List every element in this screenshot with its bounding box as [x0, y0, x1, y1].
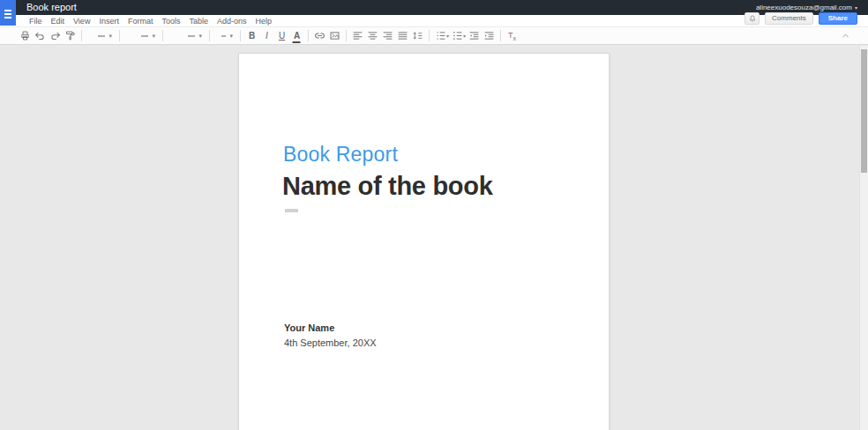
- menu-tools[interactable]: Tools: [157, 16, 184, 26]
- align-center-icon[interactable]: [366, 29, 379, 43]
- font-size-select[interactable]: ▾: [213, 29, 236, 42]
- document-title[interactable]: Book report: [26, 2, 77, 12]
- chevron-down-icon: ▾: [108, 33, 112, 39]
- toolbar: ▾ ▾ ▾ ▾ B I U A ▾: [0, 26, 868, 45]
- styles-value: [141, 35, 148, 37]
- font-value: [188, 35, 195, 37]
- title-divider: [285, 209, 298, 212]
- menu-bar: File Edit View Insert Format Tools Table…: [0, 15, 868, 26]
- docs-logo-icon[interactable]: [0, 0, 16, 26]
- document-canvas: Book Report Name of the book Your Name 4…: [0, 46, 859, 430]
- font-size-value: [221, 35, 226, 37]
- paint-format-icon[interactable]: [64, 29, 77, 43]
- redo-icon[interactable]: [49, 29, 62, 43]
- book-title-heading[interactable]: Name of the book: [282, 171, 493, 202]
- bulleted-list-icon[interactable]: [451, 29, 464, 43]
- insert-image-icon[interactable]: [328, 29, 341, 43]
- menus: File Edit View Insert Format Tools Table…: [25, 16, 276, 26]
- menu-insert[interactable]: Insert: [94, 16, 123, 26]
- chevron-down-icon: ▾: [198, 33, 202, 39]
- menu-table[interactable]: Table: [184, 16, 213, 26]
- toolbar-separator: [81, 30, 82, 41]
- font-select[interactable]: ▾: [167, 29, 206, 42]
- top-bar: Book report alineexuodesouza@gmail.com▾: [0, 0, 868, 15]
- toolbar-separator: [429, 30, 430, 41]
- chevron-down-icon: ▾: [229, 33, 233, 39]
- account-menu[interactable]: alineexuodesouza@gmail.com▾: [756, 4, 857, 11]
- undo-icon[interactable]: [34, 29, 47, 43]
- share-button[interactable]: Share: [819, 12, 857, 25]
- align-justify-icon[interactable]: [396, 29, 409, 43]
- menu-view[interactable]: View: [69, 16, 94, 26]
- scrollbar-thumb[interactable]: [861, 49, 867, 173]
- toolbar-separator: [240, 30, 241, 41]
- clear-formatting-button[interactable]: Tx: [505, 29, 519, 43]
- menu-file[interactable]: File: [25, 16, 47, 26]
- italic-button[interactable]: I: [260, 29, 273, 43]
- chevron-down-icon[interactable]: ▾: [463, 33, 466, 39]
- menu-edit[interactable]: Edit: [47, 16, 70, 26]
- account-email: alineexuodesouza@gmail.com: [756, 4, 852, 11]
- toolbar-separator: [500, 30, 501, 41]
- menu-addons[interactable]: Add-ons: [213, 16, 251, 26]
- align-right-icon[interactable]: [381, 29, 394, 43]
- collapse-toolbar-icon[interactable]: [839, 29, 852, 43]
- line-spacing-icon[interactable]: [411, 29, 424, 43]
- numbered-list-icon[interactable]: [434, 29, 447, 43]
- toolbar-separator: [346, 30, 347, 41]
- styles-select[interactable]: ▾: [123, 29, 159, 42]
- report-type-heading[interactable]: Book Report: [283, 143, 398, 167]
- zoom-value: [98, 35, 105, 37]
- text-color-bar: [293, 41, 301, 43]
- toolbar-separator: [162, 30, 163, 41]
- zoom-select[interactable]: ▾: [86, 29, 116, 42]
- vertical-scrollbar[interactable]: [859, 46, 868, 430]
- date-text[interactable]: 4th September, 20XX: [284, 337, 377, 348]
- text-color-button[interactable]: A: [290, 29, 303, 43]
- document-page[interactable]: Book Report Name of the book Your Name 4…: [238, 53, 610, 430]
- comments-button[interactable]: Comments: [765, 12, 813, 25]
- text-color-label: A: [294, 32, 300, 41]
- bell-icon: [748, 14, 757, 23]
- chevron-down-icon: ▾: [152, 33, 155, 39]
- toolbar-separator: [308, 30, 309, 41]
- menu-format[interactable]: Format: [123, 16, 158, 26]
- header-actions: Comments Share: [745, 12, 857, 25]
- author-name-text[interactable]: Your Name: [284, 322, 334, 333]
- comment-notifications-button[interactable]: [745, 12, 760, 25]
- chevron-down-icon: ▾: [855, 5, 857, 11]
- chevron-down-icon[interactable]: ▾: [446, 33, 449, 39]
- menu-help[interactable]: Help: [251, 16, 276, 26]
- bold-button[interactable]: B: [245, 29, 258, 43]
- toolbar-separator: [209, 30, 210, 41]
- increase-indent-icon[interactable]: [483, 29, 496, 43]
- clear-formatting-label: Tx: [508, 31, 516, 41]
- toolbar-separator: [119, 30, 120, 41]
- align-left-icon[interactable]: [351, 29, 364, 43]
- print-icon[interactable]: [19, 29, 32, 43]
- docs-logo-lines: [4, 10, 11, 11]
- insert-link-icon[interactable]: [313, 29, 326, 43]
- underline-button[interactable]: U: [275, 29, 288, 43]
- decrease-indent-icon[interactable]: [468, 29, 481, 43]
